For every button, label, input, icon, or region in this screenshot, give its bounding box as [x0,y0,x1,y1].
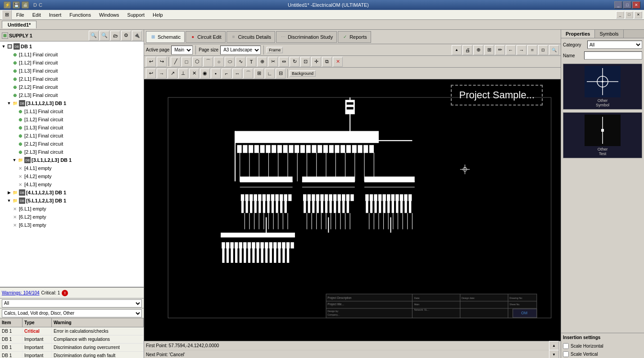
tree-item-0[interactable]: ⊕ [1.L1] Final circuit [1,50,143,59]
tab-circuits-details[interactable]: ≡ Circuits Details [227,31,275,43]
close-button[interactable]: ✕ [632,1,640,9]
page-size-select[interactable]: A3 Landscape [220,46,261,55]
tree-item-18[interactable]: ▼ 📁 DB [5.L1,L2,L3] DB 1 [1,197,143,205]
snap-equal-btn[interactable]: ⊟ [276,69,286,78]
tab-discrimination[interactable]: ⋯ Discrimination Study [276,31,337,43]
snap-circle-btn[interactable]: ◉ [200,69,210,78]
zoom-btn[interactable]: ⊕ [473,45,483,55]
snap-grid-btn[interactable]: ⊞ [254,69,264,78]
tab-schematic[interactable]: ⊞ Schematic [146,31,185,43]
draw-text-btn[interactable]: T [246,57,256,67]
draw-mirror-btn[interactable]: ⇔ [279,57,289,67]
sub-close-button[interactable]: ✕ [634,11,642,18]
scale-vertical-checkbox[interactable] [563,351,569,357]
grid-btn[interactable]: ⊞ [484,45,494,55]
minimize-button[interactable]: _ [614,1,622,9]
tree-item-9[interactable]: ⊕ [1.L3] Final circuit [1,124,143,132]
draw-delete-btn[interactable]: ✕ [333,57,343,67]
warning-row-2[interactable]: DB 1 Important Discrimination during ove… [0,344,144,352]
maximize-button[interactable]: □ [623,1,631,9]
background-btn[interactable]: Background [290,70,316,77]
draw-move-btn[interactable]: ✛ [311,57,321,67]
tree-item-20[interactable]: ✕ [6.L2] empty [1,213,143,221]
tree-search-btn[interactable]: 🔍 [89,31,99,41]
category-select[interactable]: All [587,41,642,49]
zoom-fit-btn[interactable]: ⊡ [538,45,548,55]
tree-item-2[interactable]: ⊕ [1.L3] Final circuit [1,67,143,75]
tree-item-15[interactable]: ✕ [4.L2] empty [1,172,143,180]
undo-btn[interactable]: ↩ [146,57,156,67]
tree-item-6[interactable]: ▼ 📁 DB [3.L1,L2,L3] DB 1 [1,99,143,107]
status-scroll-up[interactable]: ▲ [549,341,559,351]
tree-item-12[interactable]: ⊕ [2.L3] Final circuit [1,148,143,156]
tab-circuit-edit[interactable]: ● Circuit Edit [186,31,225,43]
draw-trim-btn[interactable]: ✂ [268,57,278,67]
equals-btn[interactable]: = [527,45,537,55]
snap-angle-btn[interactable]: ∟ [265,69,275,78]
expand-db1[interactable]: ▼ [1,44,6,49]
menu-file[interactable]: File [13,11,28,18]
draw-arc-btn[interactable]: ⌒ [203,57,213,67]
menu-edit[interactable]: Edit [29,11,45,18]
snap-arrow1-btn[interactable]: → [157,69,167,78]
scale-horizontal-checkbox[interactable] [563,343,569,349]
print-btn[interactable]: 🖨 [463,45,472,55]
tree-item-21[interactable]: ✕ [6.L3] empty [1,221,143,229]
snap-undo-btn[interactable]: ↩ [146,69,156,78]
snap-curly-btn[interactable]: ⌒ [243,69,253,78]
tree-item-17[interactable]: ▶ 📁 DB [4.L1,L2,L3] DB 1 [1,188,143,197]
snap-arrow2-btn[interactable]: ↗ [168,69,177,78]
expand-13[interactable]: ▼ [12,157,17,163]
tree-item-4[interactable]: ⊕ [2.L2] Final circuit [1,83,143,91]
tree-search2-btn[interactable]: 🔍 [100,31,109,41]
tab-symbols[interactable]: Symbols [595,30,623,38]
zoom-in-btn[interactable]: 🔍 [549,45,559,55]
tree-item-1[interactable]: ⊕ [1.L2] Final circuit [1,59,143,67]
print-icon-title[interactable]: 🖨 [22,1,29,9]
start-icon[interactable]: ⊞ [2,10,12,20]
tree-folder-btn[interactable]: 🗁 [110,31,120,41]
snap-mid-btn[interactable]: ↔ [232,69,242,78]
tree-item-8[interactable]: ⊕ [1.L2] Final circuit [1,115,143,124]
pen-btn[interactable]: ✏ [495,45,505,55]
menu-windows[interactable]: Windows [95,11,123,18]
draw-copy-btn[interactable]: ⧉ [322,57,332,67]
warnings-type-filter[interactable]: Calcs, Load, Volt drop, Discr, Other [2,309,142,317]
draw-line-btn[interactable]: ╱ [171,57,181,67]
draw-poly-btn[interactable]: ⬡ [192,57,202,67]
draw-scale-btn[interactable]: ⊡ [300,57,310,67]
arrow-right-btn[interactable]: → [517,45,526,55]
document-tab[interactable]: Untitled1* [2,21,36,28]
expand-18[interactable]: ▼ [6,198,12,203]
menu-help[interactable]: Help [149,11,167,18]
warning-row-1[interactable]: DB 1 Important Compliance with regulatio… [0,335,144,344]
tree-item-7[interactable]: ⊕ [1.L1] Final circuit [1,107,143,115]
active-page-select[interactable]: Main [171,46,193,55]
tree-item-10[interactable]: ⊕ [2.L1] Final circuit [1,132,143,140]
tree-item-16[interactable]: ✕ [4.L3] empty [1,180,143,188]
warnings-link[interactable]: Warnings: 104/104 [2,290,40,295]
symbol-card-1[interactable]: OtherTest [563,112,642,158]
draw-insert-btn[interactable]: ⊕ [257,57,267,67]
symbol-card-0[interactable]: OtherSymbol [563,64,642,110]
tree-item-14[interactable]: ✕ [4.L1] empty [1,164,143,172]
sub-minimize-button[interactable]: _ [616,11,624,18]
tree-item-11[interactable]: ⊕ [2.L2] Final circuit [1,140,143,148]
warning-row-0[interactable]: DB 1 Critical Error in calculations/chec… [0,327,144,335]
arrow-up-btn[interactable]: ▲ [452,45,462,55]
draw-rect-btn[interactable]: □ [181,57,191,67]
snap-perp-btn[interactable]: ⊥ [178,69,188,78]
draw-rotate-btn[interactable]: ↻ [290,57,299,67]
status-scroll-down[interactable]: ▼ [549,350,559,358]
draw-ellipse-btn[interactable]: ⬭ [225,57,235,67]
tree-plugin-btn[interactable]: 🔌 [132,31,142,41]
warnings-severity-filter[interactable]: All Critical Important Warning [2,299,142,308]
menu-insert[interactable]: Insert [45,11,65,18]
tree-item-db1[interactable]: ▼ 🔲 DB DB 1 [1,42,143,50]
tree-item-5[interactable]: ⊕ [2.L3] Final circuit [1,91,143,99]
menu-support[interactable]: Support [124,11,149,18]
snap-corner-btn[interactable]: ⌐ [222,69,231,78]
redo-btn[interactable]: ↪ [157,57,167,67]
arrow-left-btn[interactable]: ← [506,45,516,55]
expand-17[interactable]: ▶ [6,190,12,195]
